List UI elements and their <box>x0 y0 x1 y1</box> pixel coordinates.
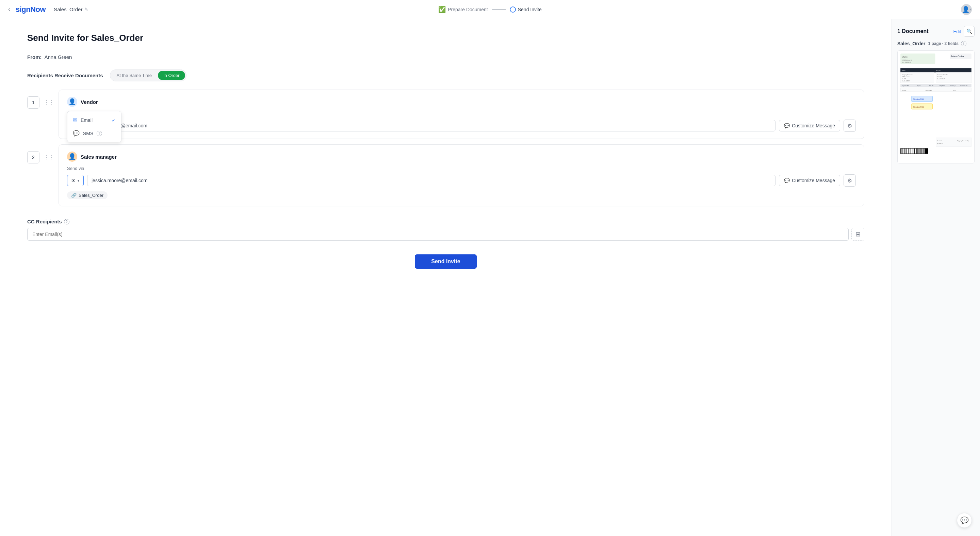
cc-email-input[interactable] <box>27 228 849 241</box>
svg-rect-56 <box>917 148 917 153</box>
send-invite-btn[interactable]: Send Invite <box>415 254 476 269</box>
svg-rect-47 <box>908 148 909 153</box>
recipient-2-name: Sales manager <box>81 154 117 160</box>
svg-rect-26 <box>900 88 972 91</box>
drag-handle-2[interactable]: ⋮⋮ <box>43 154 54 160</box>
user-avatar[interactable]: 👤 ▾ <box>961 4 972 15</box>
svg-text:Signature Field: Signature Field <box>913 106 924 108</box>
toggle-same-time[interactable]: At the Same Time <box>111 71 157 80</box>
svg-rect-59 <box>920 148 920 153</box>
email-method-icon-2: ✉ <box>72 178 76 183</box>
recipient-1-email-input[interactable] <box>89 120 775 131</box>
svg-rect-40 <box>901 148 902 153</box>
cc-contacts-btn[interactable]: ⊞ <box>851 228 864 241</box>
back-button[interactable]: ‹ <box>8 6 10 13</box>
svg-rect-52 <box>913 148 914 153</box>
svg-rect-51 <box>912 148 913 153</box>
svg-rect-44 <box>905 148 906 153</box>
method-arrow-icon-2: ▾ <box>78 179 79 182</box>
svg-text:Mfg Co: Mfg Co <box>902 56 907 58</box>
step-check-icon: ✅ <box>438 6 446 13</box>
drag-handle-1[interactable]: ⋮⋮ <box>43 99 54 105</box>
svg-rect-64 <box>924 148 925 153</box>
svg-text:$1,386.25: $1,386.25 <box>937 143 943 144</box>
svg-text:Project: Project <box>917 85 920 86</box>
svg-text:DATE TIME: DATE TIME <box>926 90 932 91</box>
svg-text:Bill To: Bill To <box>902 70 906 72</box>
svg-text:Ste 210: Ste 210 <box>937 76 942 78</box>
step-circle-icon <box>510 6 516 13</box>
recipient-1-customize-btn[interactable]: 💬 Customize Message <box>779 120 840 131</box>
svg-text:Company Name Inc: Company Name Inc <box>937 74 948 76</box>
svg-rect-60 <box>921 148 921 153</box>
sms-option-label: SMS <box>83 131 93 136</box>
svg-rect-54 <box>915 148 916 153</box>
svg-text:Tracking #: Tracking # <box>950 85 956 86</box>
logo: signNow <box>16 5 46 14</box>
cc-label: CC Recipients ? <box>27 219 864 224</box>
sidebar-search-btn[interactable]: 🔍 <box>964 26 975 37</box>
chat-float-btn[interactable]: 💬 <box>957 513 972 528</box>
svg-text:Customer P#: Customer P# <box>960 85 967 86</box>
svg-text:Ste 100: Ste 100 <box>902 78 906 80</box>
recipient-1-header: 👤 Vendor <box>67 97 856 107</box>
recipient-2-header: 👤 Sales manager <box>67 152 856 162</box>
recipient-2-send-via-label: Send via <box>67 166 856 171</box>
recipient-2-avatar: 👤 <box>67 152 77 162</box>
doc-tag-icon: 🔗 <box>71 193 76 198</box>
svg-rect-46 <box>907 148 908 153</box>
recipient-2-method-btn[interactable]: ✉ ▾ <box>67 175 84 186</box>
cc-section: CC Recipients ? ⊞ <box>27 219 864 241</box>
recipient-1-settings-btn[interactable]: ⚙ <box>843 120 856 132</box>
doc-preview: Mfg Co 1234 Address St City, CA 94455 Sa… <box>897 50 975 163</box>
send-invite-row: Send Invite <box>27 254 864 269</box>
svg-rect-43 <box>904 148 905 153</box>
svg-rect-55 <box>916 148 916 153</box>
svg-text:City, CA 94455: City, CA 94455 <box>902 61 911 63</box>
cc-help-icon[interactable]: ? <box>64 219 69 224</box>
sidebar-doc-name: Sales_Order 1 page · 2 fields i <box>897 41 975 46</box>
doc-title: Sales_Order ✎ <box>54 6 88 12</box>
sidebar-doc-count: 1 Document <box>897 28 929 34</box>
recipient-2-customize-btn[interactable]: 💬 Customize Message <box>779 175 840 186</box>
recipient-1-wrapper: 1 ⋮⋮ 👤 Vendor Send via ✉ ▲ <box>27 89 864 139</box>
field-info-icon[interactable]: i <box>961 41 966 46</box>
email-option[interactable]: ✉ Email ✓ <box>67 113 121 127</box>
gear-icon: ⚙ <box>847 123 852 129</box>
sidebar-doc-meta: 1 page · 2 fields i <box>928 41 967 46</box>
edit-icon[interactable]: ✎ <box>84 7 88 12</box>
order-toggle[interactable]: At the Same Time In Order <box>110 69 186 81</box>
recipient-2-wrapper: 2 ⋮⋮ 👤 Sales manager Send via ✉ ▾ <box>27 144 864 206</box>
toggle-in-order[interactable]: In Order <box>158 71 185 80</box>
sms-help-icon[interactable]: ? <box>97 131 102 136</box>
sms-option[interactable]: 💬 SMS ? <box>67 127 121 140</box>
sidebar-header: 1 Document Edit 🔍 <box>897 26 975 37</box>
recipient-2-settings-btn[interactable]: ⚙ <box>843 174 856 187</box>
doc-tag-label: Sales_Order <box>79 193 103 198</box>
svg-rect-42 <box>903 148 904 153</box>
cc-input-row: ⊞ <box>27 228 864 241</box>
svg-rect-53 <box>914 148 914 153</box>
recipient-2-number: 2 <box>27 151 40 163</box>
from-label: From: <box>27 54 42 60</box>
recipient-2-card: 👤 Sales manager Send via ✉ ▾ 💬 Customize… <box>59 144 864 206</box>
contacts-icon: ⊞ <box>856 231 861 238</box>
svg-text:Signature Field: Signature Field <box>913 99 924 100</box>
sidebar-edit-link[interactable]: Edit <box>953 29 961 34</box>
page-title: Send Invite for Sales_Order <box>27 33 864 43</box>
svg-rect-57 <box>918 148 918 153</box>
chat-icon: 💬 <box>784 123 790 128</box>
step-prepare: ✅ Prepare Document <box>438 6 488 13</box>
gear-icon-2: ⚙ <box>847 177 852 184</box>
svg-text:Ship Via: Ship Via <box>929 85 933 86</box>
svg-rect-63 <box>924 148 924 153</box>
svg-text:SO URL: SO URL <box>902 90 906 91</box>
svg-text:Sales Order: Sales Order <box>950 55 964 58</box>
svg-rect-58 <box>918 148 920 153</box>
svg-rect-49 <box>910 148 911 153</box>
recipient-1-name: Vendor <box>81 99 98 105</box>
svg-rect-50 <box>911 148 912 153</box>
from-value: Anna Green <box>45 54 72 60</box>
recipient-2-email-input[interactable] <box>87 175 775 186</box>
svg-text:Company Name Inc: Company Name Inc <box>902 74 913 76</box>
